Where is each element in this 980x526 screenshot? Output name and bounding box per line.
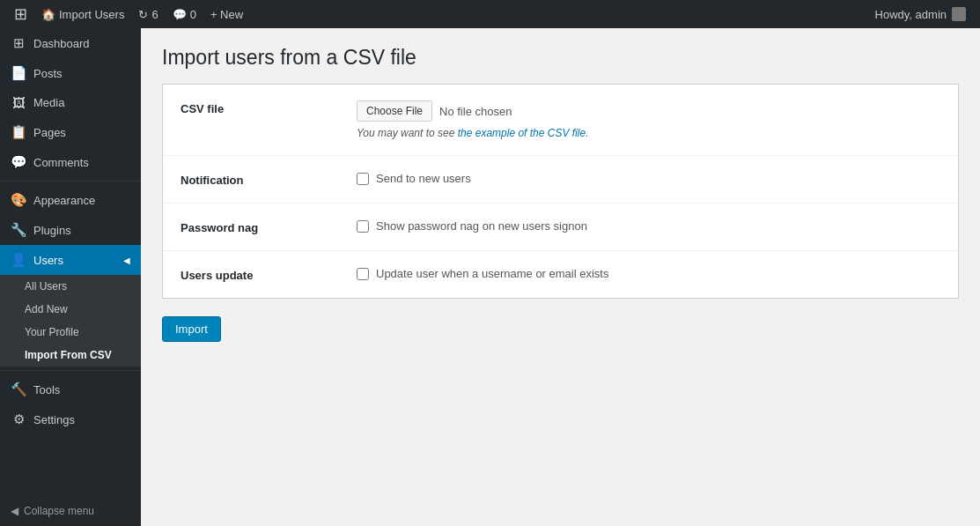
password-nag-control: Show password nag on new users signon [357, 219, 940, 233]
notification-label: Notification [181, 172, 357, 187]
dashboard-icon: ⊞ [11, 35, 26, 51]
notification-checkbox-row: Send to new users [357, 172, 940, 185]
users-update-label: Users update [181, 267, 357, 282]
csv-file-control: Choose File No file chosen You may want … [357, 100, 940, 139]
password-nag-label: Password nag [181, 219, 357, 234]
comments-count: 0 [190, 8, 196, 21]
collapse-menu-button[interactable]: ◀ Collapse menu [0, 496, 141, 526]
choose-file-button[interactable]: Choose File [357, 100, 432, 122]
csv-help-text: You may want to see the example of the C… [357, 127, 940, 139]
tools-icon: 🔨 [11, 382, 26, 397]
no-file-label: No file chosen [439, 105, 512, 118]
sidebar-label-media: Media [33, 96, 64, 109]
adminbar-site[interactable]: 🏠 Import Users [34, 0, 131, 28]
sidebar-label-pages: Pages [33, 126, 66, 139]
users-update-checkbox-label: Update user when a username or email exi… [376, 267, 608, 280]
sidebar-item-settings[interactable]: ⚙ Settings [0, 404, 141, 434]
page-title: Import users from a CSV file [162, 46, 959, 70]
sidebar-label-dashboard: Dashboard [33, 37, 90, 50]
sidebar-item-appearance[interactable]: 🎨 Appearance [0, 185, 141, 215]
wp-logo-icon[interactable]: ⊞ [7, 4, 34, 24]
submenu-add-new[interactable]: Add New [0, 298, 141, 321]
sidebar-label-plugins: Plugins [33, 224, 71, 237]
avatar [952, 7, 966, 21]
csv-file-label: CSV file [181, 100, 357, 115]
settings-icon: ⚙ [11, 411, 26, 427]
users-update-row: Users update Update user when a username… [163, 251, 958, 298]
users-icon: 👤 [11, 252, 26, 268]
adminbar-updates[interactable]: ↻ 6 [131, 0, 165, 28]
sidebar-label-posts: Posts [33, 67, 63, 80]
sidebar-divider-1 [0, 181, 141, 182]
sidebar-item-comments[interactable]: 💬 Comments [0, 147, 141, 177]
password-nag-checkbox[interactable] [357, 220, 369, 233]
sidebar-item-plugins[interactable]: 🔧 Plugins [0, 215, 141, 245]
admin-bar: ⊞ 🏠 Import Users ↻ 6 💬 0 + New Howdy, ad… [0, 0, 980, 28]
pages-icon: 📋 [11, 124, 26, 140]
sidebar-label-comments: Comments [33, 156, 89, 169]
csv-file-row: CSV file Choose File No file chosen You … [163, 85, 958, 156]
sidebar-item-users[interactable]: 👤 Users ◀ [0, 245, 141, 275]
adminbar-new[interactable]: + New [203, 0, 250, 28]
comments-nav-icon: 💬 [11, 154, 26, 170]
comments-icon: 💬 [173, 8, 187, 21]
sidebar-divider-2 [0, 370, 141, 371]
import-form-card: CSV file Choose File No file chosen You … [162, 84, 959, 299]
password-nag-checkbox-row: Show password nag on new users signon [357, 219, 940, 233]
file-input-wrapper: Choose File No file chosen [357, 100, 940, 122]
updates-count: 6 [151, 8, 158, 21]
sidebar-item-posts[interactable]: 📄 Posts [0, 58, 141, 88]
sidebar-label-users: Users [33, 254, 63, 267]
appearance-icon: 🎨 [11, 192, 26, 208]
sidebar-item-pages[interactable]: 📋 Pages [0, 117, 141, 147]
notification-checkbox-label: Send to new users [376, 172, 471, 185]
adminbar-comments[interactable]: 💬 0 [166, 0, 203, 28]
submenu-all-users[interactable]: All Users [0, 275, 141, 298]
password-nag-row: Password nag Show password nag on new us… [163, 204, 958, 251]
adminbar-new-label: + New [210, 8, 243, 21]
sidebar-label-tools: Tools [33, 383, 60, 396]
home-icon: 🏠 [41, 8, 55, 21]
submenu-import-from-csv[interactable]: Import From CSV [0, 344, 141, 367]
updates-icon: ↻ [138, 8, 148, 21]
plugins-icon: 🔧 [11, 222, 26, 238]
adminbar-howdy[interactable]: Howdy, admin [868, 7, 973, 21]
sidebar-label-appearance: Appearance [33, 194, 95, 207]
users-update-checkbox[interactable] [357, 268, 369, 280]
users-arrow-icon: ◀ [123, 256, 130, 265]
notification-row: Notification Send to new users [163, 156, 958, 204]
sidebar-label-settings: Settings [33, 413, 75, 426]
media-icon: 🖼 [11, 95, 26, 110]
submenu-your-profile[interactable]: Your Profile [0, 321, 141, 344]
notification-checkbox[interactable] [357, 173, 369, 185]
sidebar: ⊞ Dashboard 📄 Posts 🖼 Media 📋 Pages 💬 Co… [0, 28, 141, 526]
collapse-label: Collapse menu [24, 505, 94, 517]
posts-icon: 📄 [11, 65, 26, 81]
sidebar-item-dashboard[interactable]: ⊞ Dashboard [0, 28, 141, 58]
sidebar-item-tools[interactable]: 🔨 Tools [0, 374, 141, 404]
main-content: Import users from a CSV file CSV file Ch… [141, 28, 980, 526]
notification-control: Send to new users [357, 172, 940, 185]
csv-example-link[interactable]: the example of the CSV file. [458, 127, 589, 139]
users-update-control: Update user when a username or email exi… [357, 267, 940, 280]
users-submenu: All Users Add New Your Profile Import Fr… [0, 275, 141, 367]
import-button[interactable]: Import [162, 316, 221, 342]
sidebar-item-media[interactable]: 🖼 Media [0, 88, 141, 117]
howdy-label: Howdy, admin [875, 8, 947, 21]
users-update-checkbox-row: Update user when a username or email exi… [357, 267, 940, 280]
adminbar-site-label: Import Users [59, 8, 124, 21]
collapse-icon: ◀ [11, 505, 18, 517]
password-nag-checkbox-label: Show password nag on new users signon [376, 219, 587, 233]
help-text-prefix: You may want to see [357, 127, 458, 139]
